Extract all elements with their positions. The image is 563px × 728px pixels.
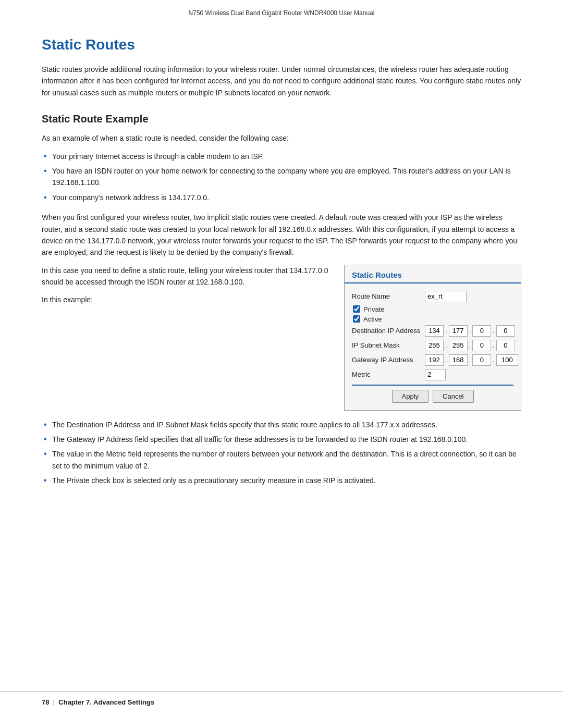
active-checkbox[interactable] (353, 315, 360, 323)
subnet-oct1[interactable] (425, 340, 444, 351)
subnet-oct4[interactable] (496, 340, 515, 351)
bullet-list-example: The Destination IP Address and IP Subnet… (42, 419, 521, 487)
dest-ip-group: . . . (425, 325, 515, 337)
metric-label: Metric (352, 371, 425, 378)
active-label: Active (363, 315, 382, 323)
subnet-oct2[interactable] (449, 340, 468, 351)
list-item: Your primary Internet access is through … (42, 151, 521, 162)
dest-ip-label: Destination IP Address (352, 327, 425, 335)
subnet-mask-row: IP Subnet Mask . . . (352, 340, 513, 351)
panel-title-bar: Static Routes (345, 265, 521, 283)
gateway-oct1[interactable] (425, 354, 444, 366)
subnet-mask-group: . . . (425, 340, 515, 351)
routes-panel-box: Static Routes Route Name Private (344, 265, 521, 411)
in-this-example: In this example: (42, 294, 328, 305)
route-name-row: Route Name (352, 291, 513, 302)
subnet-oct3[interactable] (472, 340, 491, 351)
section-intro: As an example of when a static route is … (42, 132, 521, 144)
page-content: Static Routes Static routes provide addi… (0, 21, 563, 526)
route-name-label: Route Name (352, 292, 425, 300)
list-item: The value in the Metric field represents… (42, 448, 521, 472)
left-col-text: In this case you need to define a static… (42, 265, 328, 288)
panel-buttons: Apply Cancel (352, 385, 513, 405)
gateway-group: . . . (425, 354, 518, 366)
gateway-label: Gateway IP Address (352, 356, 425, 364)
two-col-section: In this case you need to define a static… (42, 265, 521, 411)
bullet-list-top: Your primary Internet access is through … (42, 151, 521, 204)
active-row: Active (352, 315, 513, 323)
footer-page-number: 78 (42, 698, 49, 706)
section-title: Static Route Example (42, 113, 521, 125)
gateway-oct2[interactable] (449, 354, 468, 366)
footer-chapter: Chapter 7. Advanced Settings (58, 698, 154, 706)
dest-ip-oct4[interactable] (496, 325, 515, 337)
paragraph1: When you first configured your wireless … (42, 212, 521, 258)
dest-ip-row: Destination IP Address . . . (352, 325, 513, 337)
header-title: N750 Wireless Dual Band Gigabit Router W… (189, 9, 375, 17)
dest-ip-oct3[interactable] (472, 325, 491, 337)
dest-ip-oct1[interactable] (425, 325, 444, 337)
gateway-oct3[interactable] (472, 354, 491, 366)
cancel-button[interactable]: Cancel (433, 390, 473, 403)
private-label: Private (363, 305, 384, 313)
gateway-row: Gateway IP Address . . . (352, 354, 513, 366)
list-item: The Destination IP Address and IP Subnet… (42, 419, 521, 430)
page-header: N750 Wireless Dual Band Gigabit Router W… (0, 0, 563, 21)
list-item: You have an ISDN router on your home net… (42, 165, 521, 189)
route-name-input[interactable] (425, 291, 467, 302)
panel-title: Static Routes (352, 270, 402, 279)
page-footer: 78 | Chapter 7. Advanced Settings (0, 692, 563, 712)
dest-ip-oct2[interactable] (449, 325, 468, 337)
list-item: The Private check box is selected only a… (42, 475, 521, 486)
intro-paragraph: Static routes provide additional routing… (42, 64, 521, 98)
list-item: Your company's network address is 134.17… (42, 192, 521, 203)
metric-row: Metric (352, 369, 513, 380)
apply-button[interactable]: Apply (392, 390, 429, 403)
private-checkbox[interactable] (353, 305, 360, 313)
metric-input[interactable] (425, 369, 446, 380)
page-title: Static Routes (42, 36, 521, 53)
subnet-mask-label: IP Subnet Mask (352, 341, 425, 349)
static-routes-panel: Static Routes Route Name Private (344, 265, 521, 411)
list-item: The Gateway IP Address field specifies t… (42, 434, 521, 445)
left-column: In this case you need to define a static… (42, 265, 328, 312)
panel-body: Route Name Private Active (345, 283, 521, 410)
private-row: Private (352, 305, 513, 313)
gateway-oct4[interactable] (496, 354, 518, 366)
